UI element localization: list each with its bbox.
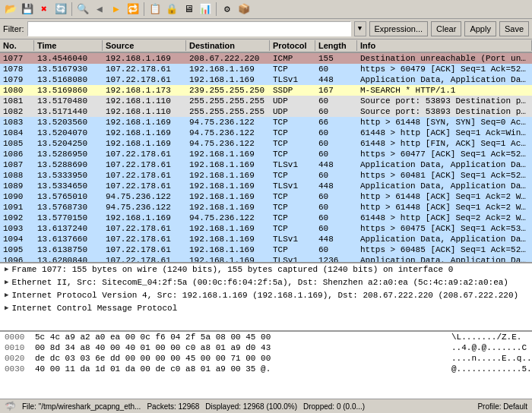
cell-len: 60 [315, 128, 357, 138]
save-button[interactable]: Save [499, 21, 529, 36]
table-row[interactable]: 1089 13.5334650 107.22.178.61 192.168.1.… [0, 181, 532, 191]
hex-ascii: ....n.....E..q.. [451, 353, 527, 364]
cell-no: 1092 [0, 213, 34, 223]
cell-len: 60 [315, 106, 357, 117]
cell-src: 107.22.178.61 [103, 255, 186, 262]
cell-time: 13.5170480 [34, 96, 103, 106]
package-icon[interactable]: 📦 [236, 2, 252, 17]
reload-icon[interactable]: 🔄 [53, 2, 68, 17]
cell-no: 1087 [0, 159, 34, 170]
cell-proto: UDP [270, 96, 315, 106]
cell-time: 13.5288690 [34, 159, 103, 170]
table-row[interactable]: 1083 13.5203560 192.168.1.169 94.75.236.… [0, 117, 532, 128]
table-row[interactable]: 1091 13.5768730 94.75.236.122 192.168.1.… [0, 202, 532, 213]
filter-input[interactable] [27, 21, 351, 36]
detail-row[interactable]: ▶Internet Control Message Protocol [0, 302, 532, 315]
table-row[interactable]: 1080 13.5169860 192.168.1.173 239.255.25… [0, 85, 532, 96]
cell-info: Source port: 53893 Destination port: [357, 106, 532, 117]
table-row[interactable]: 1095 13.6138750 107.22.178.61 192.168.1.… [0, 244, 532, 255]
save-icon[interactable]: 💾 [20, 2, 35, 17]
cell-time: 13.5333950 [34, 170, 103, 181]
cell-len: 448 [315, 181, 357, 191]
clipboard-icon[interactable]: 📋 [147, 2, 163, 17]
cell-time: 13.5334650 [34, 181, 103, 191]
detail-row[interactable]: ▶Frame 1077: 155 bytes on wire (1240 bit… [0, 263, 532, 276]
table-row[interactable]: 1079 13.5168080 107.22.178.61 192.168.1.… [0, 74, 532, 85]
cell-src: 192.168.1.169 [103, 213, 186, 223]
cell-len: 448 [315, 159, 357, 170]
cell-dst: 255.255.255.255 [186, 106, 270, 117]
settings-icon[interactable]: ⚙ [220, 2, 235, 17]
cell-src: 192.168.1.169 [103, 138, 186, 149]
detail-row[interactable]: ▶Internet Protocol Version 4, Src: 192.1… [0, 289, 532, 302]
search-icon[interactable]: 🔍 [75, 2, 90, 17]
cell-no: 1093 [0, 223, 34, 234]
forward-icon[interactable]: ▶ [109, 2, 124, 17]
open-icon[interactable]: 📂 [3, 2, 18, 17]
hex-bytes: 40 00 11 da 1d 01 da 00 de c0 a8 01 a9 0… [35, 364, 451, 374]
cell-dst: 94.75.236.122 [186, 213, 270, 223]
cell-time: 13.5286950 [34, 149, 103, 159]
hex-ascii: \L......./Z.E. [451, 332, 527, 342]
table-row[interactable]: 1090 13.5765010 94.75.236.122 192.168.1.… [0, 191, 532, 202]
cell-info: 61448 > http [ACK] Seq=1 Ack=Win=663 [357, 128, 532, 138]
lock-icon[interactable]: 🔒 [164, 2, 179, 17]
detail-row[interactable]: ▶Ethernet II, Src: SitecomE_04:2f:5a (00… [0, 276, 532, 289]
cell-info: Destination unreachable (Port unreac [357, 53, 532, 64]
hex-offset: 0020 [5, 353, 35, 364]
table-row[interactable]: 1088 13.5333950 107.22.178.61 192.168.1.… [0, 170, 532, 181]
table-row[interactable]: 1081 13.5170480 192.168.1.110 255.255.25… [0, 96, 532, 106]
cell-src: 107.22.178.61 [103, 74, 186, 85]
cell-info: Application Data, Application Data [357, 159, 532, 170]
cell-info: Source port: 53893 Destination port: [357, 96, 532, 106]
chart-icon[interactable]: 📊 [198, 2, 213, 17]
cell-proto: TLSv1 [270, 74, 315, 85]
cell-time: 13.6137240 [34, 223, 103, 234]
cell-dst: 255.255.255.255 [186, 96, 270, 106]
filter-bar: Filter: ▼ Expression... Clear Apply Save [0, 19, 532, 39]
cell-no: 1095 [0, 244, 34, 255]
refresh-icon[interactable]: 🔁 [125, 2, 141, 17]
apply-button[interactable]: Apply [464, 21, 496, 36]
cell-time: 13.6280840 [34, 255, 103, 262]
table-row[interactable]: 1093 13.6137240 107.22.178.61 192.168.1.… [0, 223, 532, 234]
table-row[interactable]: 1078 13.5167930 107.22.178.61 192.168.1.… [0, 64, 532, 74]
cell-time: 13.5204250 [34, 138, 103, 149]
cell-info: http > 61448 [ACK] Seq=1 Ack=2 Win=663 [357, 202, 532, 213]
cell-len: 155 [315, 53, 357, 64]
cell-proto: TCP [270, 128, 315, 138]
expand-arrow: ▶ [5, 264, 8, 276]
status-displayed: Displayed: 12968 (100.0%) [205, 402, 297, 411]
clear-button[interactable]: Clear [431, 21, 461, 36]
cell-proto: ICMP [270, 53, 315, 64]
table-row[interactable]: 1082 13.5171440 192.168.1.110 255.255.25… [0, 106, 532, 117]
expression-button[interactable]: Expression... [369, 21, 429, 36]
cell-time: 13.5171440 [34, 106, 103, 117]
separator3 [216, 2, 217, 16]
cell-no: 1082 [0, 106, 34, 117]
back-icon[interactable]: ◀ [92, 2, 107, 17]
table-row[interactable]: 1084 13.5204070 192.168.1.169 94.75.236.… [0, 128, 532, 138]
table-row[interactable]: 1096 13.6280840 107.22.178.61 192.168.1.… [0, 255, 532, 262]
table-row[interactable]: 1086 13.5286950 107.22.178.61 192.168.1.… [0, 149, 532, 159]
close-icon[interactable]: ✖ [36, 2, 52, 17]
monitor-icon[interactable]: 🖥 [181, 2, 196, 17]
table-row[interactable]: 1077 13.4546040 192.168.1.169 208.67.222… [0, 53, 532, 64]
cell-dst: 192.168.1.169 [186, 223, 270, 234]
cell-len: 448 [315, 234, 357, 244]
hex-offset: 0000 [5, 332, 35, 342]
cell-dst: 192.168.1.169 [186, 234, 270, 244]
cell-time: 13.5204070 [34, 128, 103, 138]
table-row[interactable]: 1092 13.5770150 192.168.1.169 94.75.236.… [0, 213, 532, 223]
table-row[interactable]: 1087 13.5288690 107.22.178.61 192.168.1.… [0, 159, 532, 170]
cell-dst: 94.75.236.122 [186, 117, 270, 128]
cell-src: 192.168.1.169 [103, 117, 186, 128]
cell-src: 192.168.1.110 [103, 96, 186, 106]
cell-dst: 192.168.1.169 [186, 149, 270, 159]
table-row[interactable]: 1085 13.5204250 192.168.1.169 94.75.236.… [0, 138, 532, 149]
cell-info: Application Data, Application Data [357, 74, 532, 85]
table-row[interactable]: 1094 13.6137660 107.22.178.61 192.168.1.… [0, 234, 532, 244]
filter-dropdown[interactable]: ▼ [354, 21, 366, 36]
cell-dst: 192.168.1.169 [186, 255, 270, 262]
filter-label: Filter: [3, 24, 24, 33]
